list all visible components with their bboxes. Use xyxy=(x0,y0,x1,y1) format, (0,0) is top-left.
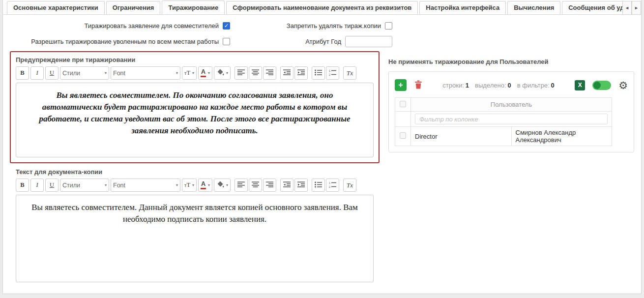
options-section: Тиражировать заявление для совместителей… xyxy=(3,15,641,50)
indent-button[interactable] xyxy=(294,66,308,80)
chevron-down-icon: ▾ xyxy=(192,183,194,187)
year-attribute-label: Атрибут Год xyxy=(305,38,341,45)
chevron-down-icon: ▾ xyxy=(226,71,228,75)
tab-bar: Основные характеристики Ограничения Тира… xyxy=(3,0,641,15)
outdent-icon xyxy=(283,69,291,77)
styles-dropdown[interactable]: Стили▾ xyxy=(60,66,109,80)
italic-button[interactable]: I xyxy=(30,179,44,192)
tab-interface-settings[interactable]: Настройка интерфейса xyxy=(419,1,506,14)
rows-counter: строки:1 xyxy=(442,82,469,89)
column-filter-input[interactable] xyxy=(415,114,608,124)
svg-text:1: 1 xyxy=(329,69,330,72)
align-right-icon xyxy=(266,181,273,189)
bold-button[interactable]: B xyxy=(16,179,29,192)
align-right-button[interactable] xyxy=(263,66,276,80)
chevron-down-icon: ▾ xyxy=(176,71,178,75)
chevron-down-icon: ▾ xyxy=(192,71,194,75)
forbid-delete-copies-checkbox[interactable] xyxy=(385,22,392,30)
align-center-icon xyxy=(252,69,259,77)
paint-bucket-icon xyxy=(216,69,224,77)
align-left-icon xyxy=(237,69,245,77)
row-checkbox[interactable] xyxy=(400,132,406,139)
filter-toggle[interactable] xyxy=(592,81,611,90)
replicate-for-parttimers-checkbox[interactable] xyxy=(223,22,230,30)
document-type-settings-page: Основные характеристики Ограничения Тира… xyxy=(2,0,642,294)
text-color-dropdown[interactable]: A▾ xyxy=(198,66,212,80)
font-size-dropdown[interactable]: тТ▾ xyxy=(182,66,197,80)
indent-icon xyxy=(297,181,305,189)
year-attribute-input[interactable] xyxy=(345,36,392,47)
warning-editor-title: Предупреждение при тиражировании xyxy=(16,56,374,63)
align-right-button[interactable] xyxy=(263,179,276,192)
styles-dropdown[interactable]: Стили▾ xyxy=(60,179,109,192)
font-size-dropdown[interactable]: тТ▾ xyxy=(182,179,197,192)
align-center-button[interactable] xyxy=(249,179,262,192)
chevron-down-icon: ▾ xyxy=(208,183,210,187)
bullet-list-button[interactable] xyxy=(312,179,325,192)
tab-replication[interactable]: Тиражирование xyxy=(162,0,225,14)
users-grid-card: + строки:1 выделено:0 в фильтре:0 X ⚙ xyxy=(388,71,634,152)
tab-main-characteristics[interactable]: Основные характеристики xyxy=(7,1,105,14)
allow-for-dismissed-label: Разрешить тиражирование уволенным по все… xyxy=(31,38,219,45)
tabs-scroll-right-button[interactable]: ► xyxy=(632,1,641,14)
replicate-for-parttimers-label: Тиражировать заявление для совместителей xyxy=(84,22,219,30)
align-left-button[interactable] xyxy=(234,179,248,192)
numbered-list-button[interactable]: 12 xyxy=(326,66,339,80)
add-user-button[interactable]: + xyxy=(395,79,407,91)
align-center-button[interactable] xyxy=(249,66,262,80)
indent-button[interactable] xyxy=(294,179,308,192)
outdent-button[interactable] xyxy=(280,179,293,192)
underline-button[interactable]: U xyxy=(45,66,59,80)
paint-bucket-icon xyxy=(216,181,224,189)
text-color-icon: A xyxy=(201,69,206,77)
clear-formatting-button[interactable]: Tx xyxy=(343,179,356,192)
tab-restrictions[interactable]: Ограничения xyxy=(106,1,161,14)
tab-calculations[interactable]: Вычисления xyxy=(507,1,560,14)
allow-for-dismissed-checkbox[interactable] xyxy=(223,38,230,45)
warning-editor-content[interactable]: Вы являетесь совместителем. По окончанию… xyxy=(16,83,374,157)
numbered-list-icon: 12 xyxy=(329,181,336,189)
bullet-list-button[interactable] xyxy=(312,66,325,80)
user-column-header[interactable]: Пользователь xyxy=(411,98,612,112)
delete-user-button[interactable] xyxy=(414,80,422,90)
users-panel: Не применять тиражирование для Пользоват… xyxy=(388,51,634,288)
text-color-dropdown[interactable]: A▾ xyxy=(198,179,212,192)
align-left-button[interactable] xyxy=(234,66,248,80)
align-center-icon xyxy=(252,181,259,189)
user-fullname-cell: Смирнов Александр Александрович xyxy=(511,127,612,146)
font-dropdown[interactable]: Font▾ xyxy=(111,66,180,80)
chevron-down-icon: ▾ xyxy=(105,71,107,75)
users-panel-title: Не применять тиражирование для Пользоват… xyxy=(388,58,634,65)
bold-button[interactable]: B xyxy=(16,66,29,80)
user-login-cell: Director xyxy=(411,127,512,146)
bullet-list-icon xyxy=(315,181,322,189)
font-dropdown[interactable]: Font▾ xyxy=(111,179,180,192)
highlight-color-dropdown[interactable]: ▾ xyxy=(214,179,231,192)
main-content: Предупреждение при тиражировании B I U С… xyxy=(3,50,641,288)
svg-text:2: 2 xyxy=(329,73,330,76)
svg-text:1: 1 xyxy=(329,181,330,184)
filtered-counter: в фильтре:0 xyxy=(517,82,555,89)
copy-editor-section: Текст для документа-копии B I U Стили▾ F… xyxy=(10,163,380,288)
clear-formatting-button[interactable]: Tx xyxy=(343,66,356,80)
select-all-checkbox[interactable] xyxy=(400,101,406,107)
numbered-list-icon: 12 xyxy=(329,69,336,77)
tab-document-name[interactable]: Сформировать наименование документа из р… xyxy=(226,1,418,14)
numbered-list-button[interactable]: 12 xyxy=(326,179,339,192)
copy-editor-content[interactable]: Вы являетесь совместителем. Данный докум… xyxy=(16,195,374,282)
italic-button[interactable]: I xyxy=(30,66,44,80)
tabs-scroll-left-button[interactable]: ◄ xyxy=(622,1,632,14)
export-excel-button[interactable]: X xyxy=(575,80,585,90)
users-table-header-row: Пользователь xyxy=(395,98,612,112)
trash-icon xyxy=(414,80,422,90)
forbid-delete-copies-label: Запретить удалять тираж.копии xyxy=(287,22,381,30)
users-table: Пользователь Director Смирнов Александр … xyxy=(395,97,612,146)
table-row: Director Смирнов Александр Александрович xyxy=(395,127,612,146)
underline-button[interactable]: U xyxy=(45,179,59,192)
highlight-color-dropdown[interactable]: ▾ xyxy=(214,66,231,80)
tab-scroll-arrows: ◄ ► xyxy=(622,1,641,14)
outdent-button[interactable] xyxy=(280,66,293,80)
warning-editor-section: Предупреждение при тиражировании B I U С… xyxy=(10,51,380,163)
gear-icon[interactable]: ⚙ xyxy=(618,80,628,90)
copy-rte-toolbar: B I U Стили▾ Font▾ тТ▾ A▾ ▾ xyxy=(16,179,374,192)
